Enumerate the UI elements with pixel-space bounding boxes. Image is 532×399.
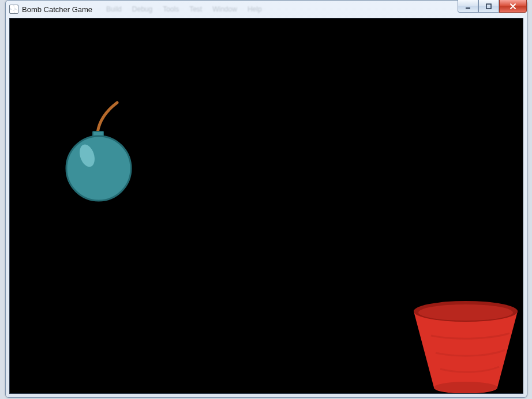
bomb-sprite xyxy=(65,99,146,205)
svg-rect-1 xyxy=(486,4,491,9)
svg-point-3 xyxy=(66,136,131,201)
ghost-menu-item: Test xyxy=(189,5,202,13)
ghost-menu-item: Debug xyxy=(132,5,152,13)
svg-point-6 xyxy=(418,304,513,321)
app-icon xyxy=(9,5,18,14)
minimize-icon xyxy=(464,3,471,10)
svg-point-7 xyxy=(434,382,497,393)
background-menu-ghost: Build Debug Tools Test Window Help xyxy=(106,5,261,13)
window-title: Bomb Catcher Game xyxy=(22,5,92,14)
close-icon xyxy=(509,3,517,10)
window-controls xyxy=(458,0,527,13)
bomb-icon xyxy=(65,99,146,203)
game-surface[interactable] xyxy=(10,18,523,393)
ghost-menu-item: Build xyxy=(106,5,122,13)
bucket-icon xyxy=(408,295,523,394)
bucket-sprite[interactable] xyxy=(408,295,523,394)
close-button[interactable] xyxy=(499,0,527,13)
maximize-icon xyxy=(485,3,492,10)
svg-rect-0 xyxy=(466,7,470,9)
ghost-menu-item: Window xyxy=(212,5,237,13)
app-window: Bomb Catcher Game Build Debug Tools Test… xyxy=(5,0,527,398)
maximize-button[interactable] xyxy=(478,0,499,13)
game-client-area[interactable] xyxy=(9,18,523,394)
minimize-button[interactable] xyxy=(458,0,478,13)
ghost-menu-item: Help xyxy=(248,5,262,13)
titlebar[interactable]: Bomb Catcher Game Build Debug Tools Test… xyxy=(6,1,527,18)
ghost-menu-item: Tools xyxy=(163,5,179,13)
